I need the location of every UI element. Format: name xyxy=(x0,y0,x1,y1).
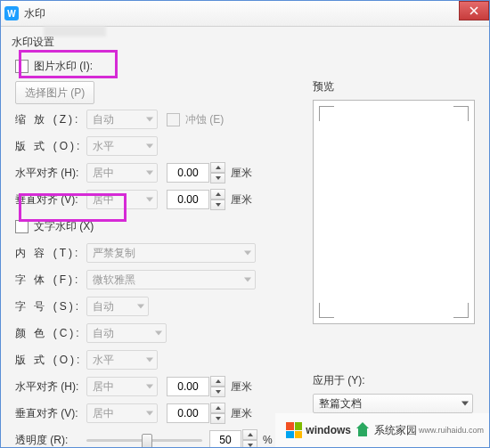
select-picture-button[interactable]: 选择图片 (P) xyxy=(15,81,94,104)
crop-corner-icon xyxy=(453,106,469,121)
font-label: 字 体 (F): xyxy=(15,273,86,288)
app-icon: W xyxy=(4,6,19,20)
layout2-dropdown[interactable]: 水平 xyxy=(86,350,158,370)
content-label: 内 容 (T): xyxy=(15,246,86,261)
valign2-offset-spinner[interactable] xyxy=(167,403,225,424)
washout-checkbox[interactable] xyxy=(167,113,180,126)
valign-offset-spinner[interactable] xyxy=(167,189,225,210)
apply-to-dropdown[interactable]: 整篇文档 xyxy=(313,394,473,413)
washout-label: 冲蚀 (E) xyxy=(185,112,224,127)
spin-up-icon[interactable] xyxy=(210,376,225,387)
crop-corner-icon xyxy=(319,303,334,318)
crop-corner-icon xyxy=(453,303,469,318)
valign2-value: 居中 xyxy=(93,406,114,421)
percent-label: % xyxy=(263,434,273,446)
apply-to-area: 应用于 (Y): 整篇文档 xyxy=(313,373,473,413)
valign2-offset-input[interactable] xyxy=(167,403,209,423)
content-dropdown[interactable]: 严禁复制 xyxy=(86,243,256,263)
opacity-slider[interactable] xyxy=(86,431,202,448)
spin-down-icon[interactable] xyxy=(210,413,225,424)
color-dropdown[interactable]: 自动 xyxy=(86,323,167,343)
halign2-offset-input[interactable] xyxy=(167,377,209,396)
preview-label: 预览 xyxy=(313,79,473,94)
spin-up-icon[interactable] xyxy=(210,403,225,413)
font-dropdown[interactable]: 微软雅黑 xyxy=(86,270,256,289)
text-watermark-label: 文字水印 (X) xyxy=(34,219,94,234)
halign-value: 居中 xyxy=(93,166,114,181)
picture-watermark-checkbox[interactable] xyxy=(15,60,29,73)
preview-area: 预览 xyxy=(313,79,473,324)
preview-box xyxy=(313,100,475,324)
window-title: 水印 xyxy=(24,6,45,21)
content-value: 严禁复制 xyxy=(93,246,135,261)
unit-cm: 厘米 xyxy=(231,406,252,421)
color-value: 自动 xyxy=(93,326,114,341)
halign-offset-input[interactable] xyxy=(167,163,209,183)
blur-overlay xyxy=(44,26,106,37)
valign-label: 垂直对齐 (V): xyxy=(15,192,86,208)
close-button[interactable] xyxy=(459,1,489,20)
layout2-label: 版 式 (O): xyxy=(15,353,86,368)
spin-down-icon[interactable] xyxy=(242,440,257,448)
unit-cm: 厘米 xyxy=(231,166,252,181)
crop-corner-icon xyxy=(319,106,334,121)
layout1-dropdown[interactable]: 水平 xyxy=(86,136,158,156)
valign-dropdown[interactable]: 居中 xyxy=(86,190,158,209)
color-label: 颜 色 (C): xyxy=(15,326,86,341)
halign2-offset-spinner[interactable] xyxy=(167,376,225,397)
halign2-dropdown[interactable]: 居中 xyxy=(86,377,158,396)
size-label: 字 号 (S): xyxy=(15,299,86,314)
layout2-value: 水平 xyxy=(93,353,114,368)
zoom-label: 缩 放 (Z): xyxy=(15,112,86,127)
font-value: 微软雅黑 xyxy=(93,273,135,288)
picture-watermark-label: 图片水印 (I): xyxy=(34,59,93,74)
valign-value: 居中 xyxy=(93,192,114,208)
halign2-label: 水平对齐 (H): xyxy=(15,379,86,395)
window-controls xyxy=(460,1,489,20)
halign-dropdown[interactable]: 居中 xyxy=(86,163,158,183)
valign-offset-input[interactable] xyxy=(167,190,209,209)
text-watermark-checkbox[interactable] xyxy=(15,220,29,233)
opacity-input[interactable] xyxy=(209,430,241,448)
halign2-value: 居中 xyxy=(93,379,114,395)
valign2-label: 垂直对齐 (V): xyxy=(15,406,86,421)
opacity-spinner[interactable] xyxy=(209,429,257,448)
unit-cm: 厘米 xyxy=(231,192,252,208)
spin-down-icon[interactable] xyxy=(210,173,225,183)
size-dropdown[interactable]: 自动 xyxy=(86,297,149,316)
zoom-value: 自动 xyxy=(93,112,114,127)
settings-label: 水印设置 xyxy=(12,35,478,50)
spin-up-icon[interactable] xyxy=(242,429,257,440)
size-value: 自动 xyxy=(93,299,114,314)
titlebar: W 水印 xyxy=(1,1,489,27)
apply-to-label: 应用于 (Y): xyxy=(313,373,473,388)
spin-up-icon[interactable] xyxy=(210,162,225,173)
apply-to-value: 整篇文档 xyxy=(319,396,362,411)
halign-offset-spinner[interactable] xyxy=(167,162,225,183)
halign-label: 水平对齐 (H): xyxy=(15,166,86,181)
opacity-label: 透明度 (R): xyxy=(15,433,86,448)
spin-down-icon[interactable] xyxy=(210,200,225,210)
unit-cm: 厘米 xyxy=(231,379,252,395)
layout1-value: 水平 xyxy=(93,139,114,154)
dialog-body: 水印设置 图片水印 (I): 选择图片 (P) 缩 放 (Z): 自动 冲蚀 (… xyxy=(1,26,489,447)
watermark-dialog: W 水印 水印设置 图片水印 (I): 选择图片 (P) 缩 放 (Z): 自动 xyxy=(0,0,490,448)
layout1-label: 版 式 (O): xyxy=(15,139,86,154)
spin-up-icon[interactable] xyxy=(210,189,225,200)
spin-down-icon[interactable] xyxy=(210,387,225,397)
zoom-dropdown[interactable]: 自动 xyxy=(86,110,158,129)
valign2-dropdown[interactable]: 居中 xyxy=(86,403,158,423)
